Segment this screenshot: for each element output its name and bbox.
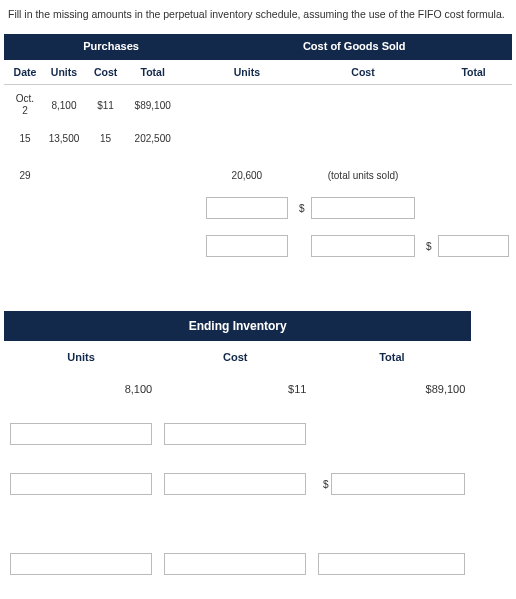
- col-ei-units: Units: [4, 341, 158, 379]
- cogs-cost-input-2[interactable]: [311, 235, 415, 257]
- ei-cost-input-2[interactable]: [164, 423, 306, 445]
- ei-cost-input-3[interactable]: [164, 473, 306, 495]
- header-cogs: Cost of Goods Sold: [291, 34, 418, 59]
- date-cell: 29: [4, 162, 41, 189]
- p-total: $89,100: [124, 85, 181, 126]
- p-cost: 15: [87, 125, 124, 152]
- ei-units-input-2[interactable]: [10, 423, 152, 445]
- date-cell: 15: [4, 125, 41, 152]
- ei-units: 8,100: [4, 379, 158, 419]
- table-row: [4, 549, 471, 599]
- table-row: Oct. 2 8,100 $11 $89,100: [4, 85, 512, 126]
- col-p-total: Total: [124, 59, 181, 85]
- ei-units-input-4[interactable]: [10, 553, 152, 575]
- ending-inventory-table: Ending Inventory Units Cost Total 8,100 …: [4, 311, 471, 599]
- col-c-total: Total: [435, 59, 512, 85]
- table-row: [4, 419, 471, 469]
- ei-cost: $11: [158, 379, 312, 419]
- table-row: $: [4, 189, 512, 227]
- instructions-text: Fill in the missing amounts in the perpe…: [4, 8, 512, 20]
- table-row: 8,100 $11 $89,100: [4, 379, 471, 419]
- p-total: 202,500: [124, 125, 181, 152]
- cogs-cost-input-1[interactable]: [311, 197, 415, 219]
- col-p-cost: Cost: [87, 59, 124, 85]
- cogs-units: 20,600: [203, 162, 291, 189]
- header-ending-inventory: Ending Inventory: [4, 311, 471, 341]
- dollar-sign: $: [294, 203, 304, 214]
- header-purchases: Purchases: [41, 34, 181, 59]
- purchases-cogs-table: Purchases Cost of Goods Sold Date Units …: [4, 34, 512, 265]
- table-row: $: [4, 469, 471, 519]
- p-units: 8,100: [41, 85, 87, 126]
- cogs-units-input-2[interactable]: [206, 235, 288, 257]
- ei-total: $89,100: [312, 379, 471, 419]
- table-row: $: [4, 227, 512, 265]
- col-c-units: Units: [203, 59, 291, 85]
- ei-total-input-4[interactable]: [318, 553, 465, 575]
- col-ei-total: Total: [312, 341, 471, 379]
- cogs-note: (total units sold): [308, 162, 418, 189]
- table-row: 15 13,500 15 202,500: [4, 125, 512, 152]
- cogs-total-input-2[interactable]: [438, 235, 509, 257]
- col-p-units: Units: [41, 59, 87, 85]
- p-units: 13,500: [41, 125, 87, 152]
- ei-cost-input-4[interactable]: [164, 553, 306, 575]
- col-date: Date: [4, 59, 41, 85]
- ei-total-input-3[interactable]: [331, 473, 465, 495]
- dollar-sign: $: [422, 241, 432, 252]
- date-cell: Oct. 2: [4, 85, 41, 126]
- table-row: 29 20,600 (total units sold): [4, 162, 512, 189]
- col-ei-cost: Cost: [158, 341, 312, 379]
- ei-units-input-3[interactable]: [10, 473, 152, 495]
- p-cost: $11: [87, 85, 124, 126]
- dollar-sign: $: [318, 479, 328, 490]
- cogs-units-input-1[interactable]: [206, 197, 288, 219]
- col-c-cost: Cost: [308, 59, 418, 85]
